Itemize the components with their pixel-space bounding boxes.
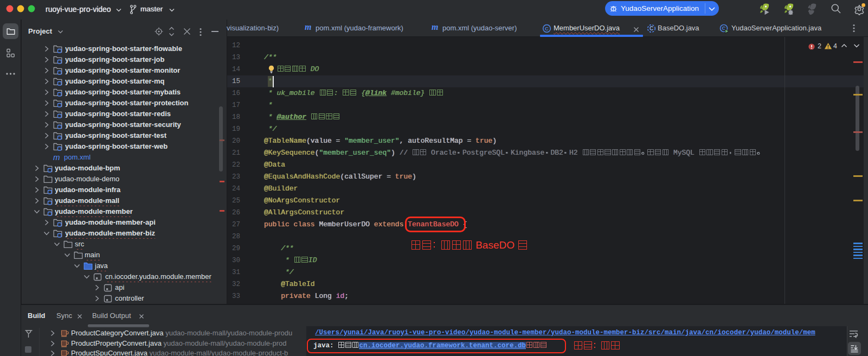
svg-text:C: C (650, 26, 653, 31)
svg-text:C: C (545, 26, 549, 31)
